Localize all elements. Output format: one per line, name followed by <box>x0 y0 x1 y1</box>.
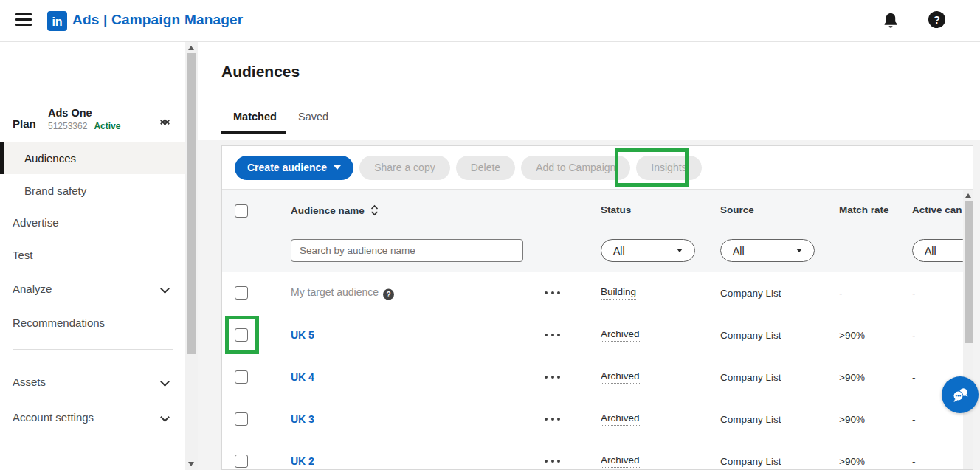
row-source: Company List <box>720 456 781 467</box>
column-audience-name[interactable]: Audience name <box>291 204 379 218</box>
page-title: Audiences <box>221 63 300 80</box>
help-tooltip-icon[interactable]: ? <box>383 289 394 300</box>
row-checkbox[interactable] <box>235 412 248 426</box>
audience-name: UK 2 <box>291 455 314 467</box>
sidebar-divider <box>13 446 173 446</box>
campaign-manager-page: in Ads | Campaign Manager ? Ads One 5125… <box>0 0 980 470</box>
create-audience-button[interactable]: Create audience <box>235 156 353 180</box>
row-match-rate: - <box>839 288 843 299</box>
sidebar-section-plan[interactable]: Plan <box>0 107 185 139</box>
delete-button[interactable]: Delete <box>456 156 515 180</box>
main-header-area: Audiences Matched Saved <box>198 42 980 140</box>
row-checkbox[interactable] <box>235 370 248 384</box>
notifications-bell-icon[interactable] <box>883 12 899 30</box>
status-badge[interactable]: Archived <box>601 328 640 342</box>
help-icon[interactable]: ? <box>928 11 945 28</box>
audiences-table-panel: Create audience Share a copy Delete Add … <box>221 145 973 470</box>
row-source: Company List <box>720 414 781 425</box>
insights-button[interactable]: Insights <box>636 156 701 180</box>
sidebar-scrollbar[interactable] <box>185 42 198 470</box>
sidebar-item-account-settings[interactable]: Account settings <box>0 401 185 433</box>
table-row: My target audience?BuildingCompany List-… <box>222 272 973 314</box>
table-row: UK 5ArchivedCompany List>90%- <box>222 314 973 356</box>
audience-name: My target audience? <box>291 286 394 300</box>
scrollbar-thumb[interactable] <box>187 53 196 354</box>
tab-saved[interactable]: Saved <box>298 111 328 122</box>
top-bar: in Ads | Campaign Manager ? <box>0 0 980 42</box>
table-header: Audience name Status Source Match rate A… <box>222 189 973 272</box>
table-toolbar: Create audience Share a copy Delete Add … <box>222 146 973 189</box>
sidebar-item-analyze[interactable]: Analyze <box>0 272 185 305</box>
chevron-down-icon <box>160 412 170 422</box>
status-badge[interactable]: Building <box>601 286 636 300</box>
row-checkbox[interactable] <box>235 455 248 468</box>
row-source: Company List <box>720 288 781 299</box>
app-title: Ads | Campaign Manager <box>72 12 243 28</box>
table-row: UK 2ArchivedCompany List>90%- <box>222 440 973 470</box>
row-active-campaigns: - <box>912 372 916 383</box>
chat-bubbles-icon <box>950 384 970 405</box>
tab-matched[interactable]: Matched <box>233 111 277 122</box>
row-checkbox[interactable] <box>235 286 248 300</box>
active-tab-underline <box>221 131 286 134</box>
row-match-rate: >90% <box>839 330 865 341</box>
sidebar-item-test[interactable]: Test <box>0 238 185 271</box>
chevron-down-icon <box>160 377 170 387</box>
row-checkbox[interactable] <box>235 328 248 342</box>
scroll-up-arrow[interactable] <box>188 46 194 50</box>
scrollbar-thumb[interactable] <box>965 201 973 343</box>
row-menu-button[interactable] <box>545 455 560 467</box>
main-content: Audiences Matched Saved Create audience … <box>198 42 980 470</box>
sidebar-item-advertise[interactable]: Advertise <box>0 206 185 238</box>
share-a-copy-button[interactable]: Share a copy <box>359 156 450 180</box>
caret-down-icon <box>677 249 683 252</box>
audience-name-link[interactable]: UK 3 <box>291 413 314 425</box>
chevron-up-icon <box>160 119 170 128</box>
sidebar-item-audiences[interactable]: Audiences <box>0 142 185 174</box>
row-active-campaigns: - <box>912 330 916 341</box>
audience-name-link[interactable]: UK 5 <box>291 329 314 341</box>
row-match-rate: >90% <box>839 372 865 383</box>
table-row: UK 3ArchivedCompany List>90%- <box>222 398 973 440</box>
sidebar-item-assets[interactable]: Assets <box>0 365 185 398</box>
chat-support-button[interactable] <box>942 376 979 413</box>
linkedin-logo: in <box>47 11 67 31</box>
sidebar-item-recommendations[interactable]: Recommendations <box>0 306 185 339</box>
source-filter-select[interactable]: All <box>720 239 815 262</box>
sort-icon[interactable] <box>370 204 379 218</box>
sidebar-divider <box>13 349 173 350</box>
column-active-campaigns: Active can <box>912 204 962 215</box>
status-badge[interactable]: Archived <box>601 370 640 384</box>
audience-name: UK 4 <box>291 371 314 383</box>
row-active-campaigns: - <box>912 414 916 425</box>
hamburger-menu-icon[interactable] <box>15 13 32 27</box>
audience-name-link[interactable]: UK 2 <box>291 455 314 467</box>
row-source: Company List <box>720 372 781 383</box>
sidebar-item-brand-safety[interactable]: Brand safety <box>0 174 185 207</box>
row-active-campaigns: - <box>912 288 916 299</box>
audience-name-link[interactable]: UK 4 <box>291 371 314 383</box>
row-menu-button[interactable] <box>545 413 560 425</box>
status-badge[interactable]: Archived <box>601 412 640 426</box>
audience-name: UK 5 <box>291 329 314 341</box>
column-match-rate: Match rate <box>839 204 889 215</box>
table-body: My target audience?BuildingCompany List-… <box>222 272 973 470</box>
row-menu-button[interactable] <box>545 329 560 341</box>
row-menu-button[interactable] <box>545 287 560 299</box>
row-match-rate: >90% <box>839 456 865 467</box>
audience-name: UK 3 <box>291 413 314 425</box>
caret-down-icon <box>334 165 341 170</box>
status-badge[interactable]: Archived <box>601 455 640 468</box>
select-all-checkbox[interactable] <box>235 204 248 218</box>
scroll-up-arrow[interactable] <box>965 193 971 198</box>
row-source: Company List <box>720 330 781 341</box>
scroll-down-arrow[interactable] <box>188 462 194 466</box>
caret-down-icon <box>796 249 802 252</box>
row-menu-button[interactable] <box>545 371 560 383</box>
add-to-campaign-button[interactable]: Add to Campaign <box>521 156 630 180</box>
table-row: UK 4ArchivedCompany List>90%- <box>222 356 973 398</box>
column-status: Status <box>601 204 631 215</box>
status-filter-select[interactable]: All <box>601 239 695 262</box>
search-input[interactable] <box>291 239 523 262</box>
table-scrollbar[interactable] <box>963 190 973 470</box>
